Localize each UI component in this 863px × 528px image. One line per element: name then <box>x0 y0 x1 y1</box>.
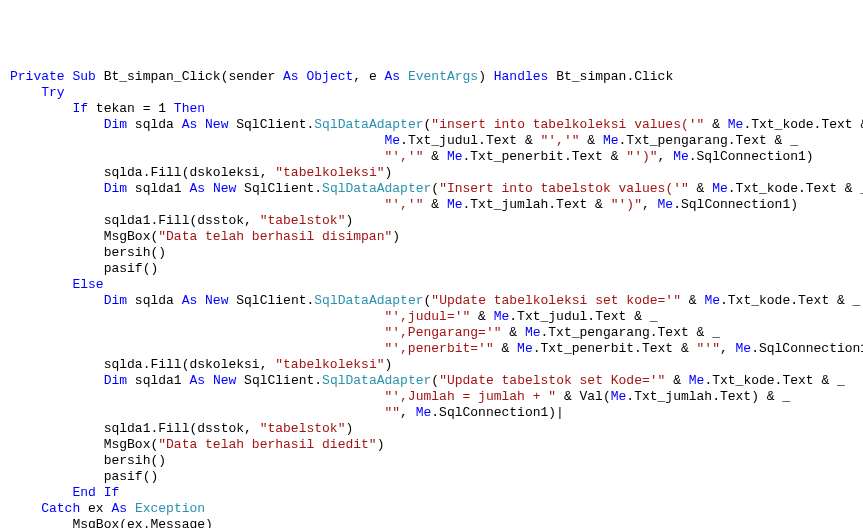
code-token: .Txt_kode.Text & _ <box>728 181 863 196</box>
code-token: .SqlConnection1) <box>689 149 814 164</box>
code-token: & <box>580 133 603 148</box>
code-token: Me <box>447 197 463 212</box>
code-token: , e <box>353 69 384 84</box>
code-token: "tabelstok" <box>260 213 346 228</box>
code-token: ) <box>345 421 353 436</box>
code-line[interactable]: sqlda1.Fill(dsstok, "tabelstok") <box>10 213 853 229</box>
code-token: .Txt_kode.Text & _ <box>720 293 860 308</box>
code-token: MsgBox( <box>104 229 159 244</box>
code-line[interactable]: Private Sub Bt_simpan_Click(sender As Ob… <box>10 69 853 85</box>
code-token: As <box>189 373 205 388</box>
code-token: , <box>400 405 416 420</box>
code-token: & Val( <box>556 389 611 404</box>
code-token: sqlda <box>127 293 182 308</box>
code-line[interactable]: "',Jumlah = jumlah + " & Val(Me.Txt_juml… <box>10 389 853 405</box>
code-token <box>96 485 104 500</box>
code-token: sqlda1.Fill(dsstok, <box>104 213 260 228</box>
code-token: .Txt_judul.Text & <box>400 133 540 148</box>
code-line[interactable]: Try <box>10 85 853 101</box>
code-line[interactable]: bersih() <box>10 245 853 261</box>
code-token: Catch <box>41 501 80 516</box>
code-token: Sub <box>72 69 95 84</box>
code-token: "')" <box>611 197 642 212</box>
code-line[interactable]: Me.Txt_judul.Text & "','" & Me.Txt_penga… <box>10 133 853 149</box>
code-token: Bt_simpan.Click <box>548 69 673 84</box>
code-line[interactable]: Dim sqlda As New SqlClient.SqlDataAdapte… <box>10 293 853 309</box>
code-line[interactable]: MsgBox("Data telah berhasil diedit") <box>10 437 853 453</box>
code-editor[interactable]: Private Sub Bt_simpan_Click(sender As Ob… <box>10 69 853 528</box>
code-token: Me <box>494 309 510 324</box>
code-line[interactable]: "','" & Me.Txt_penerbit.Text & "')", Me.… <box>10 149 853 165</box>
code-token: As <box>189 181 205 196</box>
code-token: "tabelkoleksi" <box>275 165 384 180</box>
code-token: sqlda1 <box>127 373 189 388</box>
code-line[interactable]: End If <box>10 485 853 501</box>
code-token: "')" <box>626 149 657 164</box>
code-token: End <box>72 485 95 500</box>
code-token: Me <box>658 197 674 212</box>
code-token: , <box>658 149 674 164</box>
code-line[interactable]: sqlda.Fill(dskoleksi, "tabelkoleksi") <box>10 165 853 181</box>
code-line[interactable]: Dim sqlda As New SqlClient.SqlDataAdapte… <box>10 117 853 133</box>
code-token: Me <box>712 181 728 196</box>
code-line[interactable]: "',Pengarang='" & Me.Txt_pengarang.Text … <box>10 325 853 341</box>
code-token: .Txt_pengarang.Text & _ <box>541 325 720 340</box>
code-token: , <box>720 341 736 356</box>
code-token: Dim <box>104 373 127 388</box>
code-line[interactable]: "", Me.SqlConnection1)| <box>10 405 853 421</box>
code-line[interactable]: MsgBox(ex.Message) <box>10 517 853 528</box>
code-line[interactable]: "',judul='" & Me.Txt_judul.Text & _ <box>10 309 853 325</box>
code-line[interactable]: Dim sqlda1 As New SqlClient.SqlDataAdapt… <box>10 181 853 197</box>
code-token: ) <box>384 357 392 372</box>
code-token: SqlDataAdapter <box>314 293 423 308</box>
code-token: As <box>182 293 198 308</box>
code-token: "Data telah berhasil disimpan" <box>158 229 392 244</box>
code-token: sqlda.Fill(dskoleksi, <box>104 357 276 372</box>
code-token: "Insert into tabelstok values('" <box>439 181 689 196</box>
code-token: & <box>494 341 517 356</box>
code-line[interactable]: pasif() <box>10 261 853 277</box>
code-token: Me <box>673 149 689 164</box>
code-token: "','" <box>384 149 423 164</box>
code-token: Handles <box>494 69 549 84</box>
code-line[interactable]: sqlda.Fill(dskoleksi, "tabelkoleksi") <box>10 357 853 373</box>
code-line[interactable]: Else <box>10 277 853 293</box>
code-token: As <box>182 117 198 132</box>
code-token: Me <box>603 133 619 148</box>
code-line[interactable]: "',penerbit='" & Me.Txt_penerbit.Text & … <box>10 341 853 357</box>
code-line[interactable]: Catch ex As Exception <box>10 501 853 517</box>
code-token: "Data telah berhasil diedit" <box>158 437 376 452</box>
code-token: ) <box>478 69 494 84</box>
code-token: If <box>72 101 88 116</box>
code-token: , <box>642 197 658 212</box>
code-token: pasif() <box>104 469 159 484</box>
code-token: "tabelstok" <box>260 421 346 436</box>
code-line[interactable]: pasif() <box>10 469 853 485</box>
code-token: New <box>213 373 236 388</box>
code-token: MsgBox(ex.Message) <box>72 517 212 528</box>
code-token: Me <box>416 405 432 420</box>
code-token: SqlClient. <box>236 373 322 388</box>
code-token: & <box>689 181 712 196</box>
code-token: Me <box>525 325 541 340</box>
code-token: Else <box>72 277 103 292</box>
code-token: ( <box>431 181 439 196</box>
code-token: .Txt_jumlah.Text & <box>463 197 611 212</box>
code-line[interactable]: sqlda1.Fill(dsstok, "tabelstok") <box>10 421 853 437</box>
code-line[interactable]: MsgBox("Data telah berhasil disimpan") <box>10 229 853 245</box>
code-token: "Update tabelstok set Kode='" <box>439 373 665 388</box>
code-token: ) <box>345 213 353 228</box>
code-line[interactable]: If tekan = 1 Then <box>10 101 853 117</box>
code-line[interactable]: Dim sqlda1 As New SqlClient.SqlDataAdapt… <box>10 373 853 389</box>
code-token: Bt_simpan_Click(sender <box>96 69 283 84</box>
code-token: "tabelkoleksi" <box>275 357 384 372</box>
code-line[interactable]: "','" & Me.Txt_jumlah.Text & "')", Me.Sq… <box>10 197 853 213</box>
code-token: & <box>423 149 446 164</box>
code-token: If <box>104 485 120 500</box>
code-token: SqlDataAdapter <box>322 373 431 388</box>
code-line[interactable]: bersih() <box>10 453 853 469</box>
code-token: SqlDataAdapter <box>314 117 423 132</box>
code-token: .Txt_kode.Text & <box>743 117 863 132</box>
code-token: SqlClient. <box>236 181 322 196</box>
code-token: Me <box>611 389 627 404</box>
